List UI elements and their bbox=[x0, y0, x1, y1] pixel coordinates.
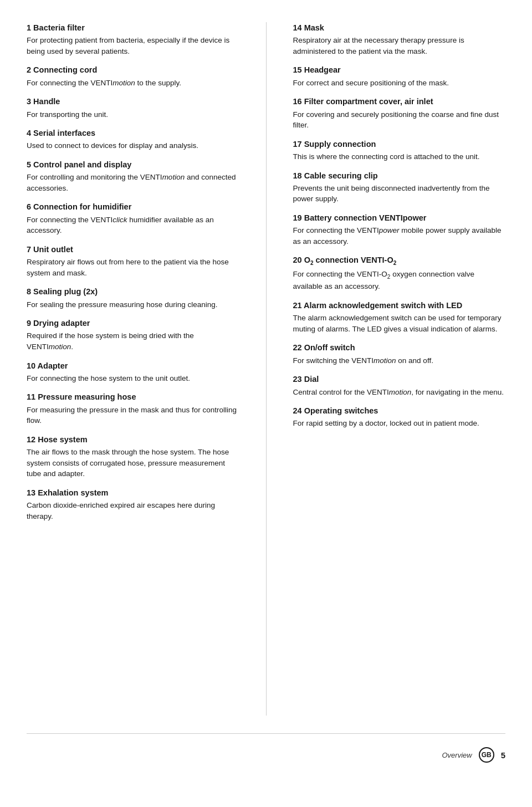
item-title: 19 Battery connection VENTIpower bbox=[293, 212, 506, 223]
item-desc: For connecting the VENTImotion to the su… bbox=[27, 78, 239, 89]
item-desc: For connecting the hose system to the un… bbox=[27, 373, 239, 384]
footer-label: Overview bbox=[442, 751, 472, 759]
item-desc: For rapid setting by a doctor, locked ou… bbox=[293, 418, 506, 429]
item-desc: For switching the VENTImotion on and off… bbox=[293, 355, 506, 366]
list-item: 14 MaskRespiratory air at the necessary … bbox=[293, 22, 506, 57]
item-desc: For connecting the VENTIclick humidifier… bbox=[27, 214, 239, 236]
item-desc: The alarm acknowledgement switch can be … bbox=[293, 313, 506, 334]
list-item: 16 Filter compartment cover, air inletFo… bbox=[293, 96, 506, 130]
item-title: 10 Adapter bbox=[27, 360, 239, 371]
item-title: 21 Alarm acknowledgement switch with LED bbox=[293, 300, 506, 311]
item-desc: Required if the hose system is being dri… bbox=[27, 330, 239, 352]
item-title: 7 Unit outlet bbox=[27, 244, 239, 255]
item-desc: Prevents the unit being disconnected ina… bbox=[293, 183, 506, 205]
list-item: 12 Hose systemThe air flows to the mask … bbox=[27, 434, 239, 479]
list-item: 15 HeadgearFor correct and secure positi… bbox=[293, 64, 506, 88]
item-title: 1 Bacteria filter bbox=[27, 22, 239, 33]
item-desc: For connecting the VENTIpower mobile pow… bbox=[293, 225, 506, 247]
item-desc: For protecting patient from bacteria, es… bbox=[27, 35, 239, 57]
list-item: 13 Exhalation systemCarbon dioxide-enric… bbox=[27, 487, 239, 522]
item-desc: Used to connect to devices for display a… bbox=[27, 140, 239, 151]
item-title: 4 Serial interfaces bbox=[27, 127, 239, 139]
item-title: 3 Handle bbox=[27, 96, 239, 107]
list-item: 5 Control panel and displayFor controlli… bbox=[27, 159, 239, 193]
item-title: 20 O2 connection VENTI-O2 bbox=[293, 254, 506, 267]
left-column: 1 Bacteria filterFor protecting patient … bbox=[27, 22, 239, 716]
item-desc: The air flows to the mask through the ho… bbox=[27, 447, 239, 479]
list-item: 22 On/off switchFor switching the VENTIm… bbox=[293, 342, 506, 366]
item-desc: For sealing the pressure measuring hose … bbox=[27, 299, 239, 310]
column-divider bbox=[266, 22, 267, 716]
footer-page: 5 bbox=[501, 750, 505, 760]
item-desc: Central control for the VENTImotion, for… bbox=[293, 387, 506, 398]
item-title: 11 Pressure measuring hose bbox=[27, 391, 239, 402]
item-title: 17 Supply connection bbox=[293, 139, 506, 150]
list-item: 23 DialCentral control for the VENTImoti… bbox=[293, 374, 506, 397]
item-desc: For connecting the VENTI-O2 oxygen conne… bbox=[293, 269, 506, 292]
list-item: 11 Pressure measuring hoseFor measuring … bbox=[27, 391, 239, 426]
content-columns: 1 Bacteria filterFor protecting patient … bbox=[27, 22, 505, 716]
list-item: 10 AdapterFor connecting the hose system… bbox=[27, 360, 239, 384]
item-title: 23 Dial bbox=[293, 374, 506, 385]
right-column: 14 MaskRespiratory air at the necessary … bbox=[293, 22, 506, 716]
item-title: 8 Sealing plug (2x) bbox=[27, 286, 239, 297]
item-title: 2 Connecting cord bbox=[27, 64, 239, 75]
list-item: 4 Serial interfacesUsed to connect to de… bbox=[27, 127, 239, 151]
item-title: 24 Operating switches bbox=[293, 405, 506, 416]
item-title: 14 Mask bbox=[293, 22, 506, 33]
item-title: 13 Exhalation system bbox=[27, 487, 239, 498]
item-desc: Respiratory air at the necessary therapy… bbox=[293, 35, 506, 57]
item-title: 16 Filter compartment cover, air inlet bbox=[293, 96, 506, 107]
item-desc: For correct and secure positioning of th… bbox=[293, 78, 506, 89]
item-desc: For controlling and monitoring the VENTI… bbox=[27, 172, 239, 193]
item-desc: Carbon dioxide-enriched expired air esca… bbox=[27, 500, 239, 522]
list-item: 1 Bacteria filterFor protecting patient … bbox=[27, 22, 239, 57]
item-title: 6 Connection for humidifier bbox=[27, 201, 239, 212]
item-title: 18 Cable securing clip bbox=[293, 170, 506, 181]
list-item: 24 Operating switchesFor rapid setting b… bbox=[293, 405, 506, 429]
item-desc: For measuring the pressure in the mask a… bbox=[27, 405, 239, 426]
list-item: 8 Sealing plug (2x)For sealing the press… bbox=[27, 286, 239, 310]
list-item: 6 Connection for humidifierFor connectin… bbox=[27, 201, 239, 236]
list-item: 21 Alarm acknowledgement switch with LED… bbox=[293, 300, 506, 334]
list-item: 17 Supply connectionThis is where the co… bbox=[293, 139, 506, 162]
item-title: 22 On/off switch bbox=[293, 342, 506, 353]
item-desc: For transporting the unit. bbox=[27, 109, 239, 120]
list-item: 9 Drying adapterRequired if the hose sys… bbox=[27, 318, 239, 352]
item-title: 12 Hose system bbox=[27, 434, 239, 445]
list-item: 19 Battery connection VENTIpowerFor conn… bbox=[293, 212, 506, 247]
item-title: 9 Drying adapter bbox=[27, 318, 239, 329]
list-item: 7 Unit outletRespiratory air flows out f… bbox=[27, 244, 239, 278]
item-desc: Respiratory air flows out from here to t… bbox=[27, 257, 239, 278]
item-title: 15 Headgear bbox=[293, 64, 506, 75]
list-item: 2 Connecting cordFor connecting the VENT… bbox=[27, 64, 239, 88]
footer: Overview GB 5 bbox=[27, 733, 505, 763]
item-title: 5 Control panel and display bbox=[27, 159, 239, 170]
page: 1 Bacteria filterFor protecting patient … bbox=[0, 0, 532, 807]
list-item: 20 O2 connection VENTI-O2For connecting … bbox=[293, 254, 506, 292]
item-desc: For covering and securely positioning th… bbox=[293, 109, 506, 131]
footer-badge: GB bbox=[479, 747, 494, 763]
list-item: 18 Cable securing clipPrevents the unit … bbox=[293, 170, 506, 205]
list-item: 3 HandleFor transporting the unit. bbox=[27, 96, 239, 120]
item-desc: This is where the connecting cord is att… bbox=[293, 151, 506, 162]
